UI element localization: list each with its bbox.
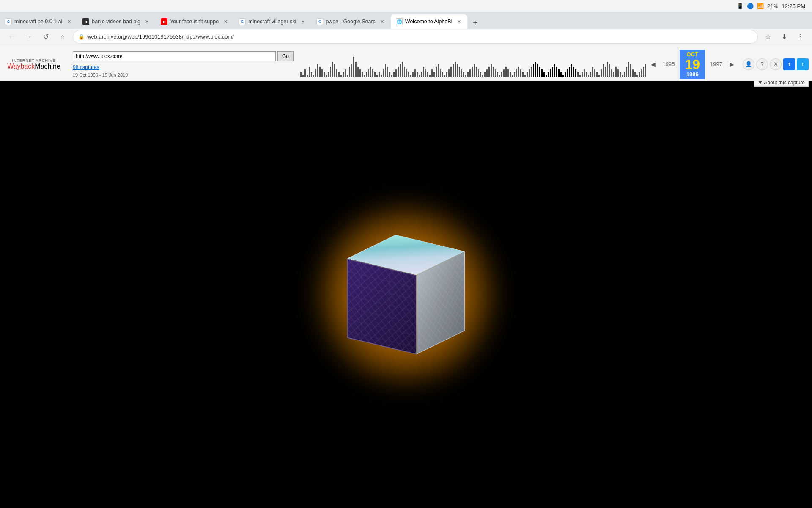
ia-label: INTERNET ARCHIVE	[12, 58, 56, 63]
lock-icon: 🔒	[78, 34, 85, 40]
cube-front-face	[347, 258, 417, 354]
wb-captures-link[interactable]: 98 captures	[73, 64, 99, 70]
wayback-input-area: Go 98 captures 19 Oct 1996 - 15 Jun 2019	[68, 51, 299, 77]
tab-label-6: Welcome to AlphaBl	[405, 19, 453, 25]
tab-close-3[interactable]: ✕	[222, 18, 229, 25]
url-bar[interactable]: 🔒 web.archive.org/web/19961019175538/htt…	[73, 30, 758, 44]
prev-year-button[interactable]: ◀	[649, 60, 658, 69]
wb-close-icon[interactable]: ✕	[770, 58, 782, 70]
omnibar: ← → ↺ ⌂ 🔒 web.archive.org/web/1996101917…	[0, 26, 812, 47]
tab-pwpe[interactable]: G pwpe - Google Searc ✕	[311, 14, 390, 29]
next-year-button[interactable]: ▶	[727, 60, 736, 69]
tab-label-4: minecraft villager ski	[248, 19, 296, 25]
back-button[interactable]: ←	[5, 30, 19, 44]
day-label: 19	[685, 58, 700, 71]
wb-year-nav: ◀ 1995 OCT 19 1996 1997 ▶	[646, 50, 739, 79]
year-1996-label: 1996	[686, 71, 699, 77]
year-1996[interactable]: OCT 19 1996	[680, 50, 705, 79]
tab-close-2[interactable]: ✕	[144, 18, 151, 25]
year-1995-label: 1995	[663, 61, 675, 67]
year-1997[interactable]: 1997	[705, 61, 727, 67]
wb-user-icon[interactable]: 👤	[743, 58, 754, 70]
tab-close-4[interactable]: ✕	[299, 18, 306, 25]
tab-alphablox[interactable]: 🌐 Welcome to AlphaBl ✕	[391, 14, 468, 29]
wayback-logo[interactable]: INTERNET ARCHIVE WaybackMachine	[0, 58, 68, 70]
tab-label-3: Your face isn't suppo	[170, 19, 219, 25]
page-content	[0, 81, 812, 508]
status-icons: 📱 🔵 📶 21% 12:25 PM	[737, 3, 805, 9]
wb-timeline[interactable]	[299, 52, 646, 77]
wb-go-button[interactable]: Go	[277, 51, 294, 61]
status-bar: 📱 🔵 📶 21% 12:25 PM	[0, 0, 812, 12]
sim-icon: 📱	[737, 3, 743, 9]
machine-word: Machine	[35, 63, 60, 70]
tab-favicon-3: ▶	[161, 18, 167, 25]
glow-container	[300, 189, 512, 400]
new-tab-button[interactable]: +	[469, 17, 481, 29]
wb-logo-text: WaybackMachine	[7, 63, 60, 70]
tab-favicon-5: G	[316, 18, 323, 25]
tab-yourface[interactable]: ▶ Your face isn't suppo ✕	[156, 14, 234, 29]
wb-help-icon[interactable]: ?	[756, 58, 768, 70]
bluetooth-icon: 🔵	[747, 3, 754, 9]
download-button[interactable]: ⬇	[777, 30, 791, 44]
home-button[interactable]: ⌂	[56, 30, 69, 44]
tab-close-1[interactable]: ✕	[66, 18, 72, 25]
tab-label-2: banjo videos bad pig	[92, 19, 140, 25]
wb-date-range: 19 Oct 1996 - 15 Jun 2019	[73, 72, 294, 77]
3d-cube	[364, 252, 448, 337]
tab-favicon-6: 🌐	[396, 18, 403, 25]
tab-favicon-1: G	[5, 18, 12, 25]
wb-right-icons: 👤 ? ✕ f t	[739, 58, 812, 70]
tab-banjo[interactable]: ◀ banjo videos bad pig ✕	[77, 14, 156, 29]
wayback-toolbar: INTERNET ARCHIVE WaybackMachine Go 98 ca…	[0, 47, 812, 81]
omnibar-right-icons: ☆ ⬇ ⋮	[761, 30, 807, 44]
wb-url-field[interactable]	[73, 51, 276, 61]
wayback-word: Wayback	[7, 63, 35, 70]
clock: 12:25 PM	[782, 3, 805, 9]
wb-twitter-button[interactable]: t	[797, 58, 809, 70]
cube-wrapper	[371, 246, 441, 342]
menu-button[interactable]: ⋮	[793, 30, 807, 44]
forward-button[interactable]: →	[22, 30, 36, 44]
timeline-bars	[300, 56, 646, 77]
tab-minecraft-pe[interactable]: G minecraft pe 0.0.1 al ✕	[0, 14, 77, 29]
year-1997-label: 1997	[710, 61, 722, 67]
year-1995[interactable]: 1995	[658, 61, 680, 67]
bookmark-button[interactable]: ☆	[761, 30, 775, 44]
wifi-icon: 📶	[757, 3, 764, 9]
reload-button[interactable]: ↺	[39, 30, 52, 44]
tab-close-5[interactable]: ✕	[379, 18, 386, 25]
tab-label-5: pwpe - Google Searc	[326, 19, 375, 25]
tab-favicon-4: G	[239, 18, 246, 25]
url-text: web.archive.org/web/19961019175538/http:…	[87, 33, 752, 40]
battery-percent: 21%	[767, 3, 778, 9]
tab-bar: G minecraft pe 0.0.1 al ✕ ◀ banjo videos…	[0, 12, 812, 29]
tab-villager[interactable]: G minecraft villager ski ✕	[234, 14, 311, 29]
tab-label-1: minecraft pe 0.0.1 al	[14, 19, 62, 25]
tab-close-6[interactable]: ✕	[455, 18, 462, 25]
wb-url-input-row: Go	[73, 51, 294, 61]
tab-favicon-2: ◀	[82, 18, 89, 25]
wb-facebook-button[interactable]: f	[783, 58, 795, 70]
